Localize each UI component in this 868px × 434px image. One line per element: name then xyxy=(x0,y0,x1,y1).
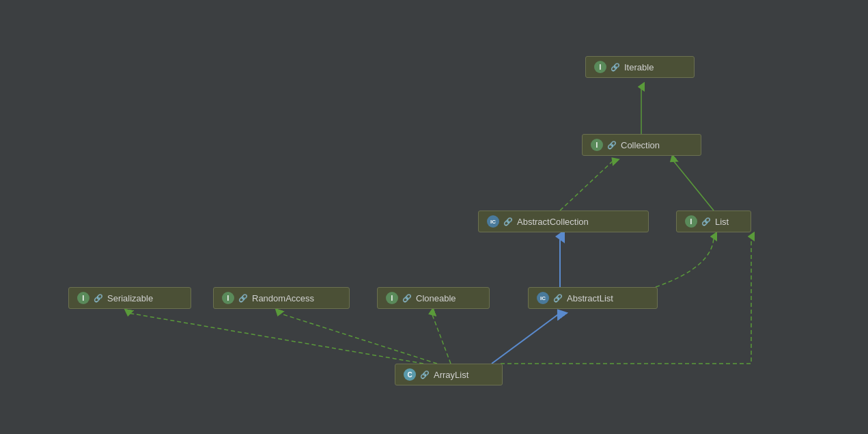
badge-arraylist: C xyxy=(404,368,416,381)
svg-line-7 xyxy=(492,313,560,364)
node-randomaccess[interactable]: I 🔗 RandomAccess xyxy=(213,287,350,309)
link-icon-collection: 🔗 xyxy=(607,141,617,150)
node-abstractlist[interactable]: IC 🔗 AbstractList xyxy=(528,287,658,309)
label-cloneable: Cloneable xyxy=(416,293,456,303)
link-icon-serializable: 🔗 xyxy=(94,294,103,303)
link-icon-abstractcollection: 🔗 xyxy=(503,217,513,226)
badge-abstractcollection: IC xyxy=(487,215,499,228)
node-abstractcollection[interactable]: IC 🔗 AbstractCollection xyxy=(478,211,649,232)
label-arraylist: ArrayList xyxy=(434,370,468,380)
label-abstractcollection: AbstractCollection xyxy=(517,217,589,227)
node-cloneable[interactable]: I 🔗 Cloneable xyxy=(377,287,490,309)
label-list: List xyxy=(715,217,729,227)
badge-serializable: I xyxy=(77,292,89,304)
link-icon-cloneable: 🔗 xyxy=(402,294,412,303)
link-icon-list: 🔗 xyxy=(701,217,711,226)
badge-randomaccess: I xyxy=(222,292,234,304)
badge-collection: I xyxy=(591,139,603,151)
diagram-canvas: I 🔗 Iterable I 🔗 Collection IC 🔗 Abstrac… xyxy=(0,0,868,434)
label-iterable: Iterable xyxy=(624,62,654,72)
svg-line-5 xyxy=(673,160,714,211)
link-icon-abstractlist: 🔗 xyxy=(553,294,563,303)
badge-cloneable: I xyxy=(386,292,398,304)
svg-line-8 xyxy=(432,313,451,364)
node-serializable[interactable]: I 🔗 Serializable xyxy=(68,287,191,309)
link-icon-randomaccess: 🔗 xyxy=(238,294,248,303)
badge-list: I xyxy=(685,215,697,228)
node-arraylist[interactable]: C 🔗 ArrayList xyxy=(395,364,503,385)
node-iterable[interactable]: I 🔗 Iterable xyxy=(585,56,695,78)
label-collection: Collection xyxy=(621,140,660,150)
node-collection[interactable]: I 🔗 Collection xyxy=(582,134,701,156)
label-abstractlist: AbstractList xyxy=(567,293,613,303)
badge-abstractlist: IC xyxy=(537,292,549,304)
link-icon-arraylist: 🔗 xyxy=(420,370,430,379)
svg-line-4 xyxy=(560,160,614,211)
label-serializable: Serializable xyxy=(107,293,153,303)
link-icon-iterable: 🔗 xyxy=(611,63,620,72)
node-list[interactable]: I 🔗 List xyxy=(676,211,751,232)
label-randomaccess: RandomAccess xyxy=(252,293,314,303)
badge-iterable: I xyxy=(594,61,606,73)
